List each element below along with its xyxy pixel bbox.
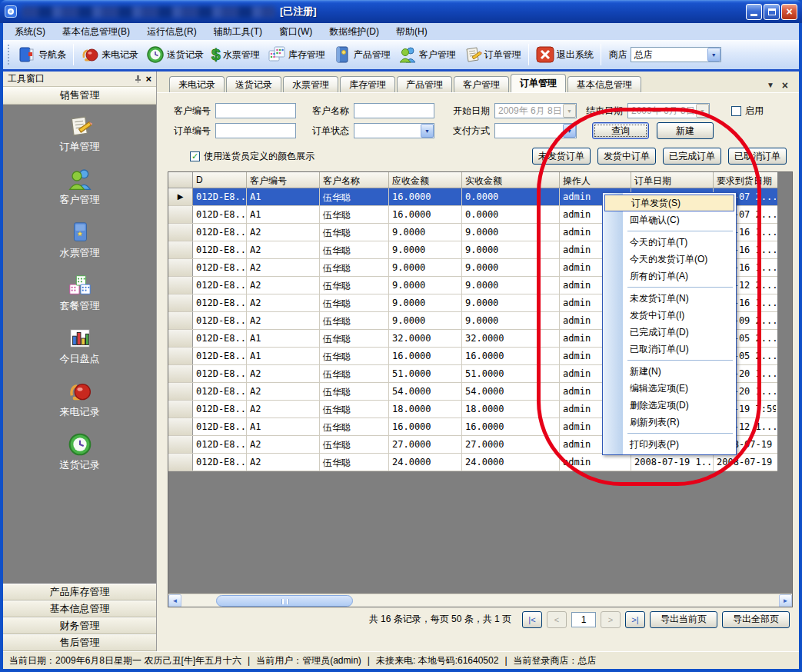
context-menu-item[interactable]: 今天的发货订单(O) [604, 251, 735, 268]
query-button[interactable]: 查询 [592, 122, 649, 139]
order-status-filter-button[interactable]: 已取消订单 [728, 148, 787, 165]
context-menu-item[interactable]: 新建(N) [604, 363, 735, 380]
first-page-button[interactable]: |< [522, 611, 542, 628]
sidebar-item-daily-check[interactable]: 今日盘点 [60, 326, 100, 366]
tab[interactable]: 基本信息管理 [567, 76, 641, 92]
toolbar-call-log-button[interactable]: 来电记录 [77, 44, 142, 65]
sidebar-section-button[interactable]: 基本信息管理 [3, 600, 156, 617]
sidebar-section-button[interactable]: 产品库存管理 [3, 584, 156, 600]
chevron-down-icon[interactable]: ▼ [563, 124, 576, 138]
scrollbar-thumb[interactable] [216, 595, 353, 607]
toolbar-customer-button[interactable]: 客户管理 [394, 44, 460, 65]
tab[interactable]: 产品管理 [397, 76, 452, 92]
sidebar-section-button[interactable]: 售后管理 [3, 634, 156, 651]
toolbar-nav-button[interactable]: 导航条 [14, 44, 70, 65]
context-menu-item[interactable]: 编辑选定项(E) [604, 380, 735, 397]
toolbar-delivery-log-button[interactable]: 送货记录 [142, 44, 208, 65]
enable-checkbox[interactable] [731, 106, 741, 116]
context-menu-item[interactable]: 刷新列表(R) [604, 414, 735, 431]
chevron-down-icon[interactable]: ▼ [707, 48, 720, 62]
tab[interactable]: 送货记录 [226, 76, 281, 92]
header-operator[interactable]: 操作人 [560, 172, 631, 188]
context-menu-item[interactable]: 未发货订单(N) [604, 290, 735, 307]
scroll-right-icon[interactable]: ► [779, 594, 792, 607]
customer-name-input[interactable] [354, 103, 434, 118]
sidebar-item-delivery-log[interactable]: 送货记录 [60, 432, 100, 472]
minimize-button[interactable] [746, 4, 762, 20]
header-customer-no[interactable]: 客户编号 [247, 172, 320, 188]
toolbar-product-button[interactable]: 产品管理 [329, 44, 394, 65]
tab[interactable]: 客户管理 [454, 76, 509, 92]
row-selector[interactable] [168, 294, 193, 311]
new-button[interactable]: 新建 [657, 122, 714, 139]
row-selector[interactable] [168, 312, 193, 329]
chevron-down-icon[interactable]: ▼ [421, 124, 434, 138]
toolbar-exit-button[interactable]: 退出系统 [532, 44, 597, 65]
menubar-item[interactable]: 帮助(H) [388, 23, 436, 40]
sidebar-item-customer[interactable]: 客户管理 [60, 167, 100, 207]
header-received[interactable]: 实收金额 [462, 172, 560, 188]
sidebar-item-package[interactable]: 套餐管理 [60, 273, 100, 313]
tab[interactable]: 水票管理 [283, 76, 338, 92]
order-status-select[interactable]: ▼ [354, 123, 434, 138]
scroll-left-icon[interactable]: ◄ [168, 594, 181, 607]
row-selector[interactable] [168, 401, 193, 418]
row-selector[interactable] [168, 365, 193, 382]
menubar-item[interactable]: 辅助工具(T) [205, 23, 271, 40]
menubar-item[interactable]: 基本信息管理(B) [54, 23, 138, 40]
context-menu-item[interactable]: 已取消订单(U) [604, 341, 735, 358]
tab-close-icon[interactable]: × [782, 82, 788, 89]
store-select[interactable]: 总店 ▼ [631, 47, 721, 62]
toolbar-ticket-button[interactable]: $ 水票管理 [208, 45, 264, 65]
toolbar-inventory-button[interactable]: 库存管理 [264, 44, 329, 65]
start-date-picker[interactable]: 2009年 6月 8日 ▼ [494, 103, 577, 118]
row-selector[interactable] [168, 277, 193, 294]
header-id[interactable]: D [193, 172, 247, 188]
horizontal-scrollbar[interactable]: ◄ ► [168, 594, 792, 607]
order-status-filter-button[interactable]: 已完成订单 [663, 148, 721, 165]
toolbar-grip-icon[interactable] [8, 45, 11, 65]
sidebar-item-ticket[interactable]: 水票管理 [60, 220, 100, 260]
menubar-item[interactable]: 数据维护(D) [321, 23, 388, 40]
maximize-button[interactable] [764, 4, 780, 20]
header-receivable[interactable]: 应收金额 [389, 172, 462, 188]
context-menu-item[interactable]: 已完成订单(D) [604, 324, 735, 341]
menubar-item[interactable]: 窗口(W) [271, 23, 321, 40]
color-option-checkbox[interactable]: ✓ [190, 151, 200, 161]
tool-window-close-icon[interactable]: × [145, 75, 151, 83]
row-selector[interactable] [168, 454, 193, 471]
export-all-pages-button[interactable]: 导出全部页 [722, 611, 790, 628]
tab-menu-icon[interactable]: ▼ [767, 81, 774, 89]
context-menu-item[interactable]: 删除选定项(D) [604, 397, 735, 414]
tab[interactable]: 来电记录 [169, 76, 225, 92]
sidebar-item-call-log[interactable]: 来电记录 [60, 379, 100, 419]
row-selector[interactable] [168, 383, 193, 400]
row-selector[interactable] [168, 241, 193, 258]
context-menu-item[interactable]: 所有的订单(A) [604, 268, 735, 284]
page-number-input[interactable] [571, 612, 596, 627]
header-order-date[interactable]: 订单日期 [631, 172, 714, 188]
tab[interactable]: 库存管理 [340, 76, 395, 92]
prev-page-button[interactable]: < [547, 611, 567, 628]
customer-no-input[interactable] [215, 103, 296, 118]
pay-method-select[interactable]: ▼ [494, 123, 577, 138]
order-no-input[interactable] [215, 123, 296, 138]
row-selector[interactable] [168, 418, 193, 435]
sidebar-section-button[interactable]: 财务管理 [3, 617, 156, 634]
menubar-item[interactable]: 系统(S) [6, 23, 54, 40]
row-selector[interactable] [168, 259, 193, 276]
context-menu-item[interactable]: 订单发货(S) [604, 195, 734, 211]
toolbar-order-button[interactable]: 订单管理 [460, 44, 525, 65]
next-page-button[interactable]: > [601, 611, 621, 628]
menubar-item[interactable]: 运行信息(R) [138, 23, 205, 40]
row-selector[interactable]: ▶ [168, 188, 193, 205]
table-row[interactable]: 012D-E8... A2 伍华聪 24.0000 24.0000 admin … [168, 454, 777, 471]
export-current-page-button[interactable]: 导出当前页 [650, 611, 717, 628]
pin-icon[interactable] [133, 75, 142, 84]
sidebar-item-order[interactable]: 订单管理 [60, 114, 100, 154]
row-selector[interactable] [168, 348, 193, 364]
context-menu-item[interactable]: 发货中订单(I) [604, 307, 735, 324]
context-menu-item[interactable]: 打印列表(P) [604, 436, 735, 453]
row-selector[interactable] [168, 436, 193, 453]
end-date-picker[interactable]: 2009年 6月 8日 ▼ [627, 103, 710, 118]
